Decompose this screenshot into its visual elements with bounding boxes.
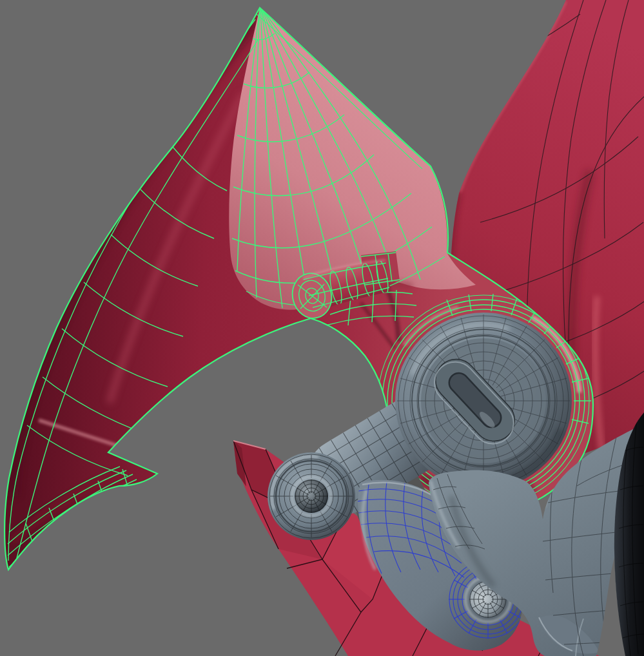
- viewport[interactable]: [0, 0, 644, 656]
- arm-boss: [268, 452, 355, 540]
- mesh-knuckle[interactable]: [395, 313, 572, 489]
- viewport-canvas[interactable]: [0, 0, 644, 656]
